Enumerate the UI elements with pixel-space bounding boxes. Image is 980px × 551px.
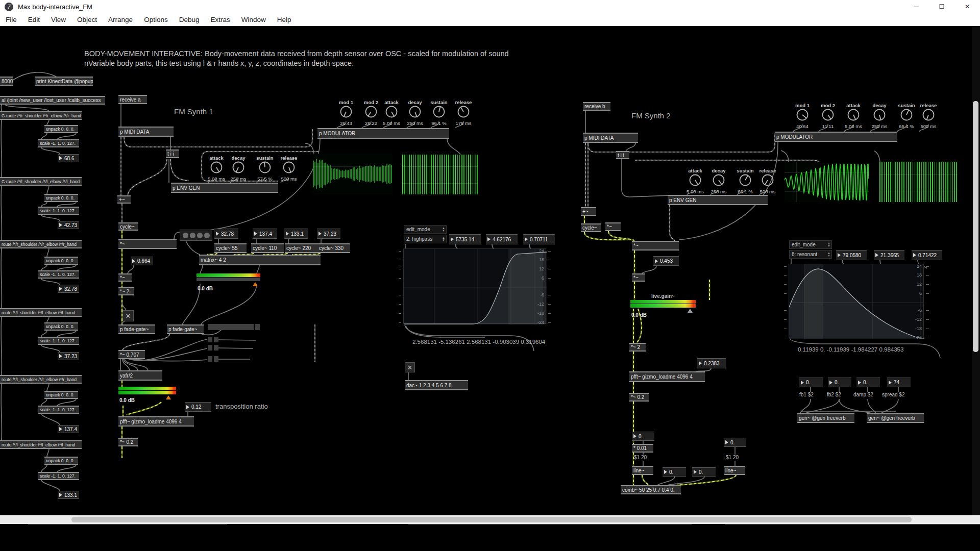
num-freq-2[interactable]: 79.0580	[836, 250, 867, 260]
num-3278[interactable]: 32.78	[214, 229, 238, 239]
knob-mod1-0[interactable]: mod 136.43	[333, 99, 359, 127]
chain-value-1[interactable]: 42.73	[58, 221, 79, 229]
knob-sustain-4[interactable]: sustain96.1 %	[426, 99, 452, 127]
udpreceive-box[interactable]: 8000	[0, 77, 13, 86]
unpack-0[interactable]: unpack 0. 0. 0.	[44, 125, 78, 133]
horizontal-scrollbar-thumb[interactable]	[71, 517, 912, 522]
toggle-fade[interactable]: ✕	[122, 310, 134, 321]
knob-release-9[interactable]: release500 ms	[276, 155, 302, 183]
knob-sustain-8[interactable]: sustain57.5 %	[252, 155, 278, 183]
menu-spinner-icon[interactable]: ▲▼	[827, 242, 830, 247]
slider-track[interactable]	[197, 278, 260, 281]
gain-matrix[interactable]	[197, 273, 260, 289]
cycle-110[interactable]: cycle~ 110	[251, 243, 284, 253]
num-comb-m1[interactable]: 0.	[663, 467, 686, 477]
editmode-menu-2[interactable]: edit_mode▲▼	[789, 240, 832, 249]
unpack-3[interactable]: unpack 0. 0. 0.	[44, 322, 78, 331]
menu-arrange[interactable]: Arrange	[103, 16, 138, 23]
msg-fb1[interactable]: fb1 $2	[799, 392, 822, 399]
receive-a[interactable]: receive a	[118, 95, 147, 104]
num-gain-2[interactable]: 21.3665	[874, 250, 904, 260]
unpack-4[interactable]: unpack 0. 0. 0.	[44, 391, 78, 399]
scale-3[interactable]: scale -1. 1. 0. 127.	[38, 337, 79, 345]
plus-sig-2[interactable]: +~	[581, 207, 596, 216]
knob-mod1-10[interactable]: mod 140.64	[789, 103, 816, 130]
num-fb1[interactable]: 0.	[799, 378, 823, 387]
num-q-1[interactable]: 0.70711	[523, 234, 555, 244]
horizontal-scrollbar[interactable]	[0, 515, 980, 524]
slider-marker[interactable]	[166, 395, 171, 399]
num-02383[interactable]: 0.2383	[697, 358, 726, 368]
filtergraph-1[interactable]	[403, 248, 546, 324]
mult-wide-1[interactable]: *~	[118, 239, 177, 249]
live-gain[interactable]: live.gain~	[630, 300, 696, 315]
num-012[interactable]: 0.12	[185, 402, 211, 412]
scope-2[interactable]	[402, 155, 478, 194]
mult-2-1[interactable]: *~ 2	[118, 287, 134, 295]
radiogroup[interactable]	[180, 230, 212, 241]
line-l[interactable]: line~	[632, 466, 653, 475]
cycle-55[interactable]: cycle~ 55	[214, 243, 247, 253]
dac-box[interactable]: dac~ 1 2 3 4 5 6 7 8	[405, 380, 468, 390]
filtertype-menu-2[interactable]: 8: resonant▲▼	[789, 250, 832, 259]
menu-options[interactable]: Options	[138, 16, 174, 23]
minimize-button[interactable]: ─	[903, 0, 929, 13]
num-freq-1[interactable]: 5735.14	[449, 234, 481, 244]
unpack-1[interactable]: unpack 0. 0. 0.	[44, 194, 78, 202]
editmode-menu-1[interactable]: edit_mode▲▼	[404, 225, 447, 234]
line-r[interactable]: line~	[724, 466, 745, 475]
scope-4[interactable]	[879, 162, 958, 202]
msg-damp[interactable]: damp $2	[853, 392, 882, 399]
knob-decay-3[interactable]: decay250 ms	[402, 99, 428, 127]
cycle-330[interactable]: cycle~ 330	[317, 243, 350, 253]
toggle-dac[interactable]: ✕	[405, 362, 415, 372]
num-gain-1[interactable]: 4.62176	[486, 234, 518, 244]
num-comb-r[interactable]: 0.	[724, 438, 746, 447]
mult-wide-2[interactable]: *~	[632, 241, 679, 251]
menu-window[interactable]: Window	[236, 16, 272, 23]
vertical-scrollbar[interactable]	[972, 26, 980, 515]
p-modulator-1[interactable]: p MODULATOR	[317, 128, 449, 139]
print-box[interactable]: print KinectData @popup 2	[35, 77, 93, 86]
menu-edit[interactable]: Edit	[22, 16, 45, 23]
knob-mod2-11[interactable]: mod 211.11	[815, 103, 841, 130]
p-midi-data-1[interactable]: p MIDI DATA	[118, 127, 174, 137]
knob-release-19[interactable]: release500 ms	[754, 168, 781, 195]
receive-b[interactable]: receive b	[583, 102, 610, 111]
scale-4[interactable]: scale -1. 1. 0. 127.	[38, 406, 79, 414]
osc-route-1[interactable]: C-route /*/l_shoulder /*/l_elbow /*/l_ha…	[0, 177, 82, 186]
cycle-2[interactable]: cycle~	[581, 223, 601, 232]
menu-debug[interactable]: Debug	[174, 16, 205, 23]
p-midi-data-2[interactable]: p MIDI DATA	[583, 133, 638, 143]
num-3723[interactable]: 37.23	[317, 229, 340, 239]
fade-gate-2[interactable]: p fade-gate~	[167, 324, 204, 334]
plus-sig-1[interactable]: +~	[117, 195, 131, 204]
osc-route-2[interactable]: route /*/r_shoulder /*/r_elbow /*/r_hand	[0, 240, 82, 248]
scale-5[interactable]: scale -1. 1. 0. 127.	[38, 472, 79, 480]
slider-marker[interactable]	[688, 309, 693, 313]
slider-marker[interactable]	[253, 282, 258, 286]
gen-freeverb-1[interactable]: gen~ @gen freeverb	[797, 413, 854, 423]
knob-attack-12[interactable]: attack5.00 ms	[840, 103, 867, 130]
menu-object[interactable]: Object	[71, 16, 103, 23]
trigger-1[interactable]: t i i	[166, 149, 179, 158]
mult-0707[interactable]: *~ 0.707	[118, 350, 145, 359]
mult-3[interactable]: *~	[605, 222, 621, 231]
menu-spinner-icon[interactable]: ▲▼	[827, 252, 830, 257]
num-comb-l[interactable]: 0.	[632, 432, 654, 441]
unpack-2[interactable]: unpack 0. 0. 0.	[44, 257, 78, 265]
knob-release-5[interactable]: release178 ms	[450, 99, 477, 127]
pfft-2[interactable]: pfft~ gizmo_loadme 4096 4	[629, 371, 705, 382]
menu-file[interactable]: File	[0, 16, 22, 23]
menu-help[interactable]: Help	[272, 16, 297, 23]
osc-route-4[interactable]: route /*/r_shoulder /*/r_elbow /*/r_hand	[0, 375, 82, 384]
menu-spinner-icon[interactable]: ▲▼	[442, 227, 445, 232]
yafr-box[interactable]: yafr/2	[118, 370, 162, 381]
msg-fb2[interactable]: fb2 $2	[827, 392, 849, 399]
scale-0[interactable]: scale -1. 1. 0. 127.	[38, 139, 79, 147]
mult-2-2[interactable]: *~ 2	[629, 343, 646, 352]
mult-001[interactable]: * 0.01	[632, 444, 653, 453]
scale-1[interactable]: scale -1. 1. 0. 127.	[38, 207, 79, 215]
msg-120-l[interactable]: $1 20	[634, 455, 652, 461]
chain-value-0[interactable]: 68.6	[58, 154, 79, 162]
